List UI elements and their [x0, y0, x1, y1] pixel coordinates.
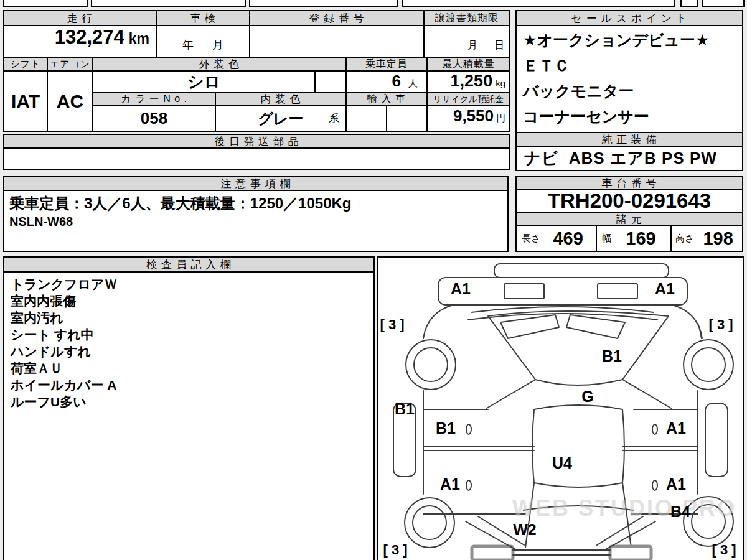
damage-label-u4-roof: U4: [552, 455, 572, 471]
shift-header: シフト: [3, 57, 48, 72]
inspector-line: 室内内張傷: [11, 292, 367, 309]
spec-height-value: 198: [694, 228, 742, 249]
inspector-header: 検 査 員 記 入 欄: [4, 258, 374, 273]
shift-value: IAT: [3, 70, 48, 132]
tire-grade-rear-left: [ 3 ]: [383, 543, 407, 557]
spec-width-label: 幅: [597, 233, 611, 245]
spec-height: 高さ 198: [670, 225, 743, 252]
inspector-lines: トランクフロアＷ 室内内張傷 室内汚れ シート すれ中 ハンドルすれ 荷室ＡＵ …: [4, 273, 374, 413]
mileage-value: 132,274 km: [3, 25, 157, 58]
equipment-header: 純 正 装 備: [515, 132, 743, 147]
chassis-value: TRH200-0291643: [515, 189, 743, 213]
aircon-value: AC: [47, 70, 93, 132]
damage-label-g-cowl: G: [581, 389, 593, 404]
watermark: WEB STUDIO PRO: [512, 495, 736, 521]
capacity-value: 6 人: [345, 70, 428, 93]
interior-color-suffix: 系: [329, 111, 339, 126]
shaken-header: 車 検: [156, 10, 250, 26]
spec-width-value: 169: [611, 228, 670, 249]
capacity-number: 6: [392, 72, 401, 91]
exterior-color-value: シロ: [92, 70, 316, 93]
capacity-header: 乗車定員: [345, 57, 428, 72]
inspector-box: 検 査 員 記 入 欄 トランクフロアＷ 室内内張傷 室内汚れ シート すれ中 …: [3, 256, 375, 560]
transfer-deadline-header: 譲渡書類期限: [423, 10, 510, 26]
equipment-value: ナビ ABS エアB PS PW: [515, 146, 743, 171]
inspector-line: シート すれ中: [11, 326, 367, 343]
aircon-header: エアコン: [47, 57, 93, 72]
exterior-color-extra-cell: [314, 70, 347, 93]
damage-label-w2-rear: W2: [513, 522, 537, 538]
damage-label-b1-sill: B1: [395, 401, 415, 417]
inspector-line: ハンドルすれ: [11, 343, 367, 360]
damage-label-b1-door-front-left: B1: [436, 421, 456, 436]
color-no-header: カ ラ ー N o .: [92, 92, 216, 106]
max-load-value: 1,250 kg: [426, 70, 510, 93]
cutoff-row-cell: [702, 0, 745, 7]
inspector-line: 室内汚れ: [11, 309, 367, 326]
max-load-header: 最大積載量: [426, 57, 510, 72]
shaken-cell: 年 月: [156, 25, 250, 58]
interior-color-value: グレー 系: [215, 105, 347, 132]
mileage-number: 132,274: [55, 26, 125, 49]
damage-label-b1-windshield: B1: [602, 348, 622, 364]
cutoff-row-cell: [680, 0, 698, 7]
specs-header: 諸 元: [515, 212, 743, 226]
interior-color-header: 内 装 色: [215, 92, 347, 106]
damage-label-a1-front-right: A1: [655, 281, 675, 297]
tire-grade-rear-right: [ 3 ]: [712, 543, 736, 557]
cutoff-row-cell: [91, 0, 246, 7]
sales-point-item: ＥＴＣ: [523, 53, 570, 78]
interior-color-text: グレー: [258, 109, 303, 129]
damage-label-a1-front-left: A1: [451, 281, 471, 297]
notes-header: 注 意 事 項 欄: [3, 176, 509, 191]
mileage-unit: km: [129, 30, 149, 47]
notes-line: NSLN-W68: [9, 213, 73, 230]
spec-length-label: 長さ: [517, 233, 540, 245]
recycle-unit: 円: [496, 113, 505, 124]
damage-label-a1-door-front-right: A1: [666, 421, 686, 436]
damage-diagram-box: WEB STUDIO PRO A1 A1 [ 3 ] [ 3 ] B1 G B1…: [377, 256, 744, 560]
spec-length-value: 469: [540, 228, 596, 249]
tire-grade-front-left: [ 3 ]: [380, 318, 404, 332]
import-cell-2: [386, 105, 428, 132]
max-load-unit: kg: [496, 78, 505, 88]
capacity-unit: 人: [408, 78, 418, 90]
spec-length: 長さ 469: [515, 225, 597, 252]
sales-point-item: ★オークションデビュー★: [523, 27, 710, 53]
inspector-line: ルーフU多い: [11, 393, 367, 410]
import-cell-1: [345, 105, 387, 132]
inspector-line: ホイールカバー A: [11, 376, 367, 393]
inspector-line: トランクフロアＷ: [11, 276, 367, 292]
sales-point-item: コーナーセンサー: [523, 104, 649, 129]
tire-grade-front-right: [ 3 ]: [708, 318, 733, 332]
cutoff-row-cell: [3, 0, 88, 7]
later-parts-header: 後 日 発 送 部 品: [3, 134, 510, 149]
damage-label-a1-door-rear-right: A1: [666, 477, 686, 492]
cutoff-row-cell: [249, 0, 398, 7]
spec-width: 幅 169: [596, 225, 672, 252]
mileage-header: 走 行: [3, 10, 157, 26]
cutoff-row-cell: [402, 0, 675, 7]
sales-points-header: セ ー ル ス ポ イ ン ト: [515, 10, 743, 26]
sales-point-item: バックモニター: [523, 78, 634, 104]
sales-points-body: ★オークションデビュー★ ＥＴＣ バックモニター コーナーセンサー: [515, 25, 743, 133]
import-header: 輸 入 車: [345, 92, 428, 106]
chassis-header: 車 台 番 号: [515, 176, 743, 190]
spec-height-label: 高さ: [672, 233, 694, 245]
inspector-line: 荷室ＡＵ: [11, 360, 367, 376]
recycle-deposit-value: 9,550 円: [426, 105, 510, 132]
registration-cell: [249, 25, 425, 58]
damage-label-b4-rear-right: B4: [670, 504, 690, 520]
notes-body: 乗車定員：3人／6人、最大積載量：1250／1050Kg NSLN-W68: [3, 190, 509, 252]
later-parts-cell: [3, 147, 510, 170]
recycle-deposit-header: リサイクル預託金: [426, 92, 510, 106]
auction-sheet: 走 行 車 検 登 録 番 号 譲渡書類期限 132,274 km 年 月 月 …: [0, 0, 747, 560]
notes-line: 乗車定員：3人／6人、最大積載量：1250／1050Kg: [9, 194, 351, 213]
color-no-value: 058: [92, 105, 216, 132]
max-load-number: 1,250: [451, 72, 493, 91]
exterior-color-header: 外 装 色: [92, 57, 347, 72]
registration-header: 登 録 番 号: [249, 10, 425, 26]
recycle-number: 9,550: [453, 106, 494, 126]
transfer-deadline-cell: 月 日: [423, 25, 510, 58]
damage-label-a1-door-rear-left: A1: [440, 477, 460, 492]
